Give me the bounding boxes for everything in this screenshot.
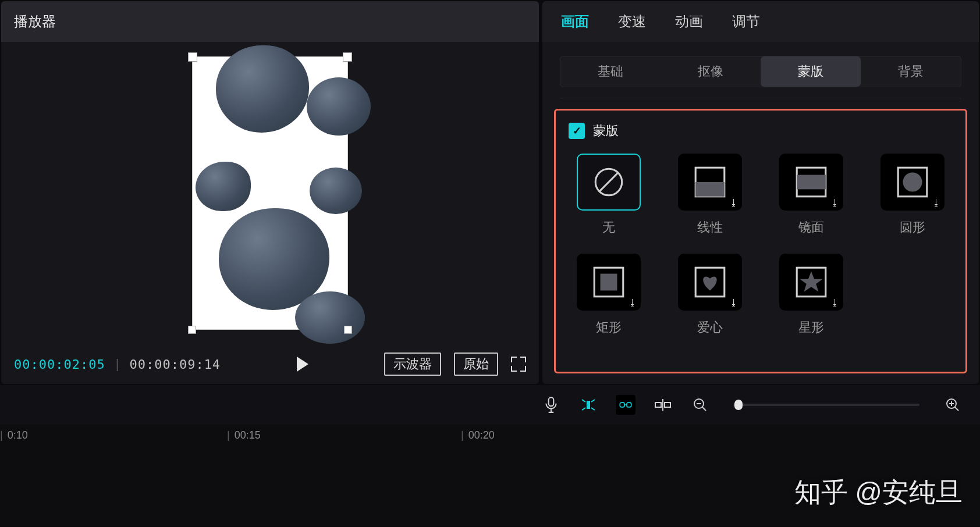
tab-speed[interactable]: 变速 [617, 9, 647, 34]
circle-icon [893, 164, 932, 200]
subtab-mask[interactable]: 蒙版 [761, 56, 861, 87]
svg-line-15 [582, 400, 585, 402]
magnet-icon[interactable] [578, 395, 598, 415]
align-icon[interactable] [653, 395, 673, 415]
mask-label: 星形 [798, 319, 824, 336]
zoom-out-icon[interactable] [690, 395, 710, 415]
watermark-text: 知乎 @安纯旦 [794, 475, 963, 511]
svg-rect-23 [655, 403, 661, 407]
oscilloscope-button[interactable]: 示波器 [384, 352, 441, 376]
download-icon: ⭳ [729, 198, 738, 208]
aspect-ratio-button[interactable]: 原始 [454, 352, 498, 376]
svg-marker-12 [800, 271, 822, 291]
clip-bounding-box[interactable] [192, 56, 348, 330]
subtab-basic[interactable]: 基础 [560, 56, 661, 87]
zoom-thumb[interactable] [734, 400, 743, 410]
properties-panel: 画面 变速 动画 调节 基础 抠像 蒙版 背景 ✓ 蒙版 无 [542, 1, 979, 384]
zoom-in-icon[interactable] [943, 395, 963, 415]
svg-line-1 [599, 172, 618, 191]
mask-label: 爱心 [697, 319, 723, 336]
timeline-tick: 00:20 [461, 429, 495, 441]
subtab-background[interactable]: 背景 [861, 56, 961, 87]
player-title: 播放器 [1, 1, 539, 42]
svg-rect-3 [695, 182, 725, 197]
download-icon: ⭳ [729, 298, 738, 308]
tab-animation[interactable]: 动画 [674, 9, 704, 34]
watermark: 知乎 @安纯旦 [786, 475, 963, 511]
mask-enable-row[interactable]: ✓ 蒙版 [569, 122, 953, 140]
timecode-current: 00:00:02:05 [14, 357, 105, 372]
mask-checkbox[interactable]: ✓ [569, 123, 585, 139]
download-icon: ⭳ [830, 298, 840, 308]
svg-line-16 [591, 400, 595, 402]
mask-section-label: 蒙版 [593, 122, 619, 140]
none-icon [590, 164, 628, 200]
svg-point-7 [903, 172, 922, 191]
tab-picture[interactable]: 画面 [560, 9, 590, 34]
mask-label: 无 [602, 219, 615, 236]
svg-line-26 [702, 407, 706, 411]
mask-option-none[interactable]: 无 [569, 154, 649, 236]
mask-section-highlight: ✓ 蒙版 无 ⭳ 线性 [554, 109, 967, 373]
timeline-tick: 00:15 [227, 429, 261, 441]
svg-rect-9 [601, 274, 617, 291]
main-tabs: 画面 变速 动画 调节 [542, 1, 979, 42]
mirror-icon [792, 164, 830, 200]
heart-icon [691, 264, 729, 300]
player-controls: 00:00:02:05 | 00:00:09:14 示波器 原始 [1, 344, 539, 384]
link-icon[interactable] [616, 395, 635, 415]
timeline-tick: 0:10 [0, 429, 28, 441]
fullscreen-icon[interactable] [511, 357, 526, 372]
timecode-divider: | [116, 357, 119, 372]
rect-icon [590, 264, 628, 300]
mic-icon[interactable] [541, 395, 561, 415]
mask-label: 圆形 [900, 219, 925, 236]
subtab-cutout[interactable]: 抠像 [661, 56, 761, 87]
sub-tabs: 基础 抠像 蒙版 背景 [560, 56, 961, 87]
mask-label: 线性 [697, 219, 723, 236]
download-icon: ⭳ [830, 198, 840, 208]
mask-grid: 无 ⭳ 线性 ⭳ 镜面 [569, 154, 953, 336]
linear-icon [691, 164, 729, 200]
timeline-ruler[interactable]: 0:10 00:15 00:20 [0, 425, 980, 448]
mask-option-linear[interactable]: ⭳ 线性 [670, 154, 750, 236]
mask-label: 矩形 [596, 319, 622, 336]
svg-rect-5 [797, 175, 826, 190]
player-panel: 播放器 00:00:02:05 | 00:00:09:14 示波器 原始 [1, 1, 539, 384]
mask-option-rect[interactable]: ⭳ 矩形 [569, 254, 649, 336]
mask-option-heart[interactable]: ⭳ 爱心 [670, 254, 750, 336]
download-icon: ⭳ [932, 198, 941, 208]
svg-rect-24 [665, 403, 670, 407]
svg-line-18 [591, 408, 595, 410]
svg-line-17 [582, 408, 585, 410]
tab-adjust[interactable]: 调节 [731, 9, 761, 34]
mask-option-mirror[interactable]: ⭳ 镜面 [771, 154, 851, 236]
star-icon [792, 264, 830, 300]
timeline-toolbar [0, 385, 980, 425]
svg-rect-14 [587, 401, 590, 409]
svg-rect-13 [549, 397, 554, 406]
preview-viewport[interactable] [1, 42, 539, 344]
timecode-total: 00:00:09:14 [129, 357, 221, 372]
play-icon [297, 357, 308, 372]
mask-option-star[interactable]: ⭳ 星形 [771, 254, 851, 336]
zoom-slider[interactable] [733, 404, 919, 406]
mask-label: 镜面 [798, 219, 824, 236]
play-button[interactable] [231, 357, 374, 372]
download-icon: ⭳ [628, 298, 637, 308]
svg-line-29 [955, 407, 958, 411]
mask-option-circle[interactable]: ⭳ 圆形 [872, 154, 953, 236]
